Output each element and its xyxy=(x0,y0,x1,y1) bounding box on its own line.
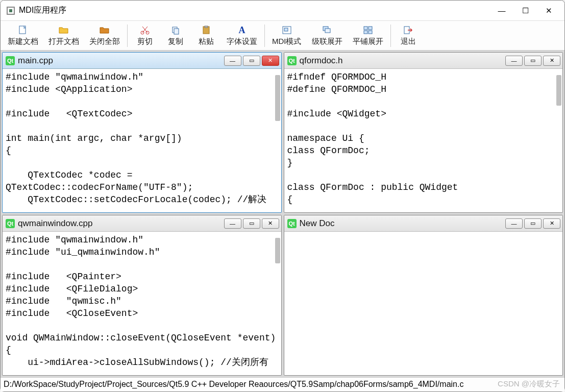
sub-maximize-button[interactable]: ▭ xyxy=(243,218,260,229)
svg-rect-6 xyxy=(174,29,179,34)
svg-rect-16 xyxy=(369,31,372,34)
qt-icon: Qt xyxy=(287,56,297,65)
statusbar: D:/WorkSpace/StudyProject/Project_Source… xyxy=(1,377,564,391)
sub-maximize-button[interactable]: ▭ xyxy=(243,56,260,66)
subwindow-qformdoc-h[interactable]: Qt qformdoc.h — ▭ ✕ #ifndef QFORMDOC_H #… xyxy=(284,52,563,213)
editor-content[interactable]: #ifndef QFORMDOC_H #define QFORMDOC_H #i… xyxy=(284,69,563,208)
svg-rect-8 xyxy=(205,26,208,28)
svg-rect-10 xyxy=(284,28,288,31)
subwindow-title: New Doc xyxy=(300,218,335,229)
subwindow-qwmainwindow-cpp[interactable]: Qt qwmainwindow.cpp — ▭ ✕ #include "qwma… xyxy=(2,215,282,376)
titlebar: MDI应用程序 — ☐ ✕ xyxy=(1,1,564,21)
new-doc-label: 新建文档 xyxy=(8,37,38,46)
cut-label: 剪切 xyxy=(137,37,153,46)
font-label: 字体设置 xyxy=(227,37,257,46)
editor-content[interactable]: #include "qwmainwindow.h" #include "ui_q… xyxy=(3,232,281,371)
svg-rect-15 xyxy=(364,31,367,34)
scrollbar-vertical[interactable] xyxy=(556,75,561,106)
editor-content[interactable] xyxy=(284,232,563,236)
tile-label: 平铺展开 xyxy=(353,37,383,46)
scrollbar-vertical[interactable] xyxy=(275,75,280,121)
qt-icon: Qt xyxy=(6,219,15,228)
copy-button[interactable]: 复制 xyxy=(160,22,191,49)
paste-icon xyxy=(202,24,211,36)
close-all-label: 关闭全部 xyxy=(89,37,120,46)
mdi-mode-button[interactable]: MDI模式 xyxy=(267,22,307,49)
svg-rect-14 xyxy=(369,27,372,30)
toolbar: 新建文档 打开文档 关闭全部 剪切 复制 xyxy=(1,21,564,51)
open-doc-button[interactable]: 打开文档 xyxy=(43,22,84,49)
maximize-button[interactable]: ☐ xyxy=(513,2,537,20)
cascade-icon xyxy=(323,24,332,36)
tile-button[interactable]: 平铺展开 xyxy=(348,22,388,49)
svg-rect-13 xyxy=(364,27,367,30)
font-button[interactable]: A 字体设置 xyxy=(222,22,262,49)
window-title: MDI应用程序 xyxy=(19,5,66,16)
sub-maximize-button[interactable]: ▭ xyxy=(524,218,542,229)
editor-area[interactable]: #include "qwmainwindow.h" #include <QApp… xyxy=(3,69,281,212)
main-window: MDI应用程序 — ☐ ✕ 新建文档 打开文档 关闭全部 xyxy=(0,0,565,392)
subwindow-title: qwmainwindow.cpp xyxy=(18,218,92,229)
paste-label: 粘贴 xyxy=(199,37,214,46)
subwindow-title: qformdoc.h xyxy=(300,56,343,66)
open-doc-label: 打开文档 xyxy=(48,37,79,46)
copy-icon xyxy=(171,24,180,36)
mdi-mode-label: MDI模式 xyxy=(272,37,302,46)
sub-close-button[interactable]: ✕ xyxy=(262,218,279,229)
qt-icon: Qt xyxy=(287,219,297,228)
sub-close-button[interactable]: ✕ xyxy=(543,56,560,66)
subwindow-new-doc[interactable]: Qt New Doc — ▭ ✕ xyxy=(284,215,563,376)
subwindow-titlebar[interactable]: Qt New Doc — ▭ ✕ xyxy=(284,215,563,232)
scissors-icon xyxy=(140,24,150,36)
exit-icon xyxy=(404,24,413,36)
exit-button[interactable]: 退出 xyxy=(393,22,424,49)
exit-label: 退出 xyxy=(401,37,416,46)
subwindow-titlebar[interactable]: Qt main.cpp — ▭ ✕ xyxy=(3,53,281,69)
toolbar-separator xyxy=(264,24,265,47)
sub-minimize-button[interactable]: — xyxy=(224,56,241,66)
sub-maximize-button[interactable]: ▭ xyxy=(524,56,542,66)
mdi-mode-icon xyxy=(282,24,291,36)
sub-close-button[interactable]: ✕ xyxy=(262,56,279,66)
cascade-button[interactable]: 级联展开 xyxy=(307,22,348,49)
new-file-icon xyxy=(19,24,27,36)
copy-label: 复制 xyxy=(168,37,183,46)
status-text: D:/WorkSpace/StudyProject/Project_Source… xyxy=(4,380,463,388)
sub-minimize-button[interactable]: — xyxy=(505,56,523,66)
toolbar-separator xyxy=(127,24,128,47)
qt-icon: Qt xyxy=(6,56,15,65)
subwindow-main-cpp[interactable]: Qt main.cpp — ▭ ✕ #include "qwmainwindow… xyxy=(2,52,282,213)
sub-minimize-button[interactable]: — xyxy=(505,218,523,229)
tile-icon xyxy=(363,24,373,36)
sub-minimize-button[interactable]: — xyxy=(224,218,241,229)
cut-button[interactable]: 剪切 xyxy=(130,22,160,49)
subwindow-title: main.cpp xyxy=(18,56,53,66)
svg-rect-12 xyxy=(325,29,330,33)
mdi-area[interactable]: Qt main.cpp — ▭ ✕ #include "qwmainwindow… xyxy=(1,51,564,377)
editor-content[interactable]: #include "qwmainwindow.h" #include <QApp… xyxy=(3,69,281,208)
toolbar-separator xyxy=(390,24,391,47)
cascade-label: 级联展开 xyxy=(312,37,342,46)
folder-closed-icon xyxy=(100,24,110,36)
sub-close-button[interactable]: ✕ xyxy=(543,218,560,229)
new-doc-button[interactable]: 新建文档 xyxy=(3,22,43,49)
editor-area[interactable] xyxy=(284,232,563,375)
app-icon xyxy=(7,7,15,15)
close-all-button[interactable]: 关闭全部 xyxy=(84,22,125,49)
editor-area[interactable]: #ifndef QFORMDOC_H #define QFORMDOC_H #i… xyxy=(284,69,563,212)
folder-open-icon xyxy=(59,24,69,36)
editor-area[interactable]: #include "qwmainwindow.h" #include "ui_q… xyxy=(3,232,281,375)
font-a-icon: A xyxy=(239,24,245,36)
paste-button[interactable]: 粘贴 xyxy=(191,22,222,49)
subwindow-titlebar[interactable]: Qt qwmainwindow.cpp — ▭ ✕ xyxy=(3,215,281,232)
subwindow-titlebar[interactable]: Qt qformdoc.h — ▭ ✕ xyxy=(284,53,563,69)
minimize-button[interactable]: — xyxy=(490,2,513,20)
close-button[interactable]: ✕ xyxy=(537,2,560,20)
scrollbar-vertical[interactable] xyxy=(275,238,280,263)
